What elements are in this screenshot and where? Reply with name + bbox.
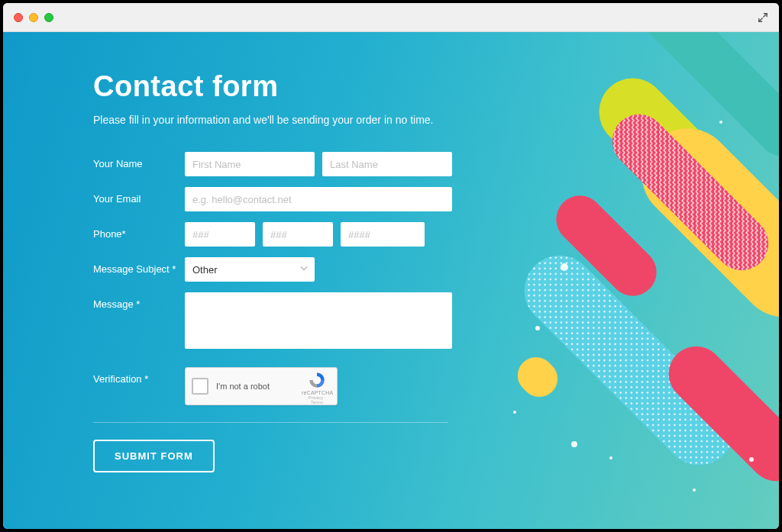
svg-point-16 <box>749 457 754 462</box>
subject-label: Message Subject * <box>93 257 185 275</box>
svg-rect-11 <box>658 335 779 492</box>
zoom-icon[interactable] <box>44 13 53 22</box>
subject-selected-value: Other <box>192 264 218 276</box>
close-icon[interactable] <box>14 13 23 22</box>
recaptcha-terms: Privacy · Terms <box>302 395 332 405</box>
phone-label: Phone* <box>93 222 185 240</box>
svg-point-20 <box>719 121 722 124</box>
submit-button[interactable]: SUBMIT FORM <box>93 440 215 472</box>
svg-rect-4 <box>609 32 779 166</box>
svg-point-17 <box>693 488 696 492</box>
message-field[interactable] <box>185 292 452 349</box>
phone-part2-field[interactable] <box>263 222 333 247</box>
email-label: Your Email <box>93 187 185 205</box>
app-window: Contact form Please fill in your informa… <box>3 3 779 529</box>
page-title: Contact form <box>93 70 492 103</box>
phone-part3-field[interactable] <box>341 222 425 247</box>
svg-point-19 <box>609 456 612 459</box>
svg-rect-7 <box>601 103 779 281</box>
message-label: Message * <box>93 292 185 310</box>
window-titlebar <box>3 3 779 32</box>
recaptcha-icon <box>302 371 332 389</box>
recaptcha-checkbox[interactable] <box>192 378 208 395</box>
first-name-field[interactable] <box>185 152 315 176</box>
minimize-icon[interactable] <box>29 13 38 22</box>
page-body: Contact form Please fill in your informa… <box>3 32 779 529</box>
subject-select[interactable]: Other <box>185 257 315 282</box>
page-subtitle: Please fill in your information and we'l… <box>93 114 492 126</box>
svg-point-13 <box>561 263 568 271</box>
svg-rect-6 <box>623 110 779 337</box>
phone-part1-field[interactable] <box>185 222 255 247</box>
last-name-field[interactable] <box>322 152 452 176</box>
svg-rect-9 <box>555 286 612 343</box>
recaptcha-brand: reCAPTCHA <box>302 390 332 395</box>
recaptcha-label: I'm not a robot <box>216 382 270 391</box>
svg-point-14 <box>535 326 540 330</box>
svg-point-15 <box>571 441 577 447</box>
recaptcha-widget: I'm not a robot reCAPTCHA <box>185 367 338 405</box>
svg-rect-12 <box>510 350 565 405</box>
name-label: Your Name <box>93 152 185 169</box>
chevron-down-icon <box>299 264 309 276</box>
email-field[interactable] <box>185 187 452 211</box>
form-divider <box>93 422 448 423</box>
contact-form: Your Name Your Email Phone* <box>93 152 452 472</box>
window-traffic-lights <box>14 13 53 22</box>
fullscreen-icon[interactable] <box>758 12 768 23</box>
svg-point-18 <box>513 411 516 414</box>
svg-rect-5 <box>585 64 719 198</box>
svg-rect-8 <box>547 186 667 306</box>
verification-label: Verification * <box>93 367 185 385</box>
recaptcha-badge: reCAPTCHA Privacy · Terms <box>302 371 332 405</box>
svg-rect-10 <box>510 241 749 480</box>
